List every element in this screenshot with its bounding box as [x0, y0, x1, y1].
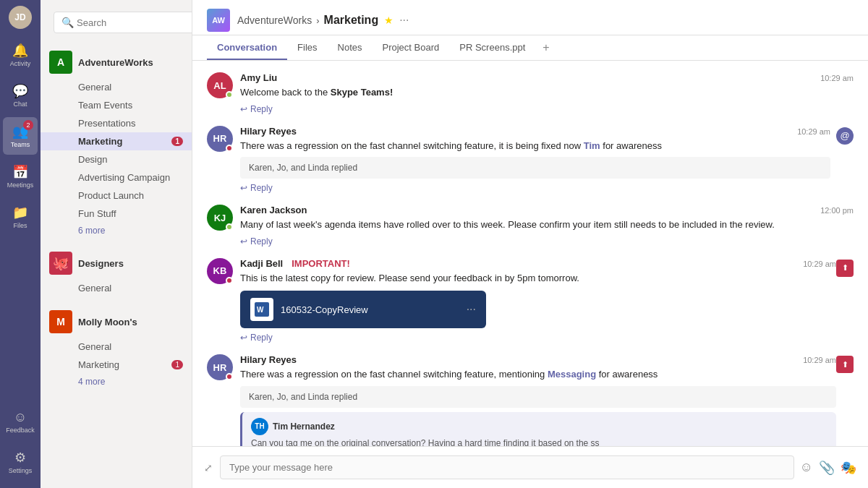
file-attachment[interactable]: W 160532-CopyReview ···	[240, 291, 486, 328]
message-body: Many of last week's agenda items have ro…	[240, 218, 854, 232]
message-header: Hilary Reyes 10:29 am	[240, 354, 836, 365]
channel-name: Advertising Campaign	[78, 172, 170, 183]
nav-item-chat[interactable]: 💬 Chat	[3, 77, 38, 114]
add-tab-button[interactable]: +	[535, 35, 556, 60]
expand-icon[interactable]: ⤢	[204, 462, 213, 474]
file-name: 160532-CopyReview	[281, 304, 467, 315]
message-header: Karen Jackson 12:00 pm	[240, 205, 854, 215]
channel-name: Fun Stuff	[78, 208, 116, 219]
group-header-designers[interactable]: 🐙 Designers	[41, 247, 192, 279]
reply-button[interactable]: ↩ Reply	[240, 183, 830, 193]
nav-item-files[interactable]: 📁 Files	[3, 198, 38, 236]
settings-label: Settings	[9, 467, 33, 474]
header-more-icon[interactable]: ···	[399, 14, 409, 27]
group-header-molly-moons[interactable]: M Molly Moon's	[41, 306, 192, 338]
reply-label: Reply	[250, 333, 273, 343]
status-dot	[226, 91, 233, 98]
nav-item-feedback[interactable]: ☺ Feedback	[3, 403, 38, 440]
message-content: Hilary Reyes 10:29 am There was a regres…	[240, 126, 830, 194]
message-body: There was a regression on the fast chann…	[240, 139, 830, 153]
group-molly-moons: M Molly Moon's General Marketing 1 4 mor…	[41, 301, 192, 394]
header-top: AW AdventureWorks › Marketing ★ ···	[207, 9, 409, 35]
sidebar-item-marketing[interactable]: Marketing 1	[41, 132, 192, 150]
chat-label: Chat	[13, 100, 27, 108]
message-time: 10:29 am	[797, 127, 830, 136]
group-adventureworks: A AdventureWorks General Team Events Pre…	[41, 42, 192, 243]
reply-thread: Karen, Jo, and Linda replied	[240, 157, 830, 179]
avatar: HR	[207, 126, 233, 152]
status-dot	[226, 277, 233, 284]
sidebar-item-fun-stuff[interactable]: Fun Stuff	[41, 205, 192, 223]
message-composer: ⤢ ☺ 📎 🎭	[192, 446, 868, 488]
reply-button[interactable]: ↩ Reply	[240, 104, 854, 114]
tab-notes[interactable]: Notes	[328, 36, 373, 60]
channel-name: Product Launch	[78, 190, 144, 201]
share-icon: ⬆	[836, 260, 854, 277]
reply-icon: ↩	[240, 333, 247, 343]
search-box[interactable]: 🔍	[54, 12, 192, 33]
svg-text:W: W	[257, 306, 264, 314]
team-avatar: AW	[207, 9, 230, 32]
emoji-icon[interactable]: ☺	[800, 460, 813, 475]
settings-icon: ⚙	[14, 450, 26, 466]
group-designers: 🐙 Designers General	[41, 243, 192, 301]
user-avatar[interactable]: JD	[9, 6, 32, 29]
attach-icon[interactable]: 📎	[819, 460, 835, 476]
message-row: HR Hilary Reyes 10:29 am There was a reg…	[207, 126, 854, 194]
group-avatar-adventureworks: A	[49, 51, 72, 74]
nav-item-meetings[interactable]: 📅 Meetings	[3, 158, 38, 195]
activity-label: Activity	[10, 60, 31, 67]
meetings-icon: 📅	[12, 164, 28, 180]
message-author: Hilary Reyes	[240, 126, 297, 137]
search-input[interactable]	[77, 17, 192, 28]
important-label: IMPORTANT!	[292, 258, 350, 269]
breadcrumb: AdventureWorks › Marketing	[237, 14, 378, 27]
message-row: KB Kadji Bell IMPORTANT! 10:29 am This i…	[207, 258, 854, 343]
sidebar-item-advertising[interactable]: Advertising Campaign	[41, 168, 192, 187]
nav-item-settings[interactable]: ⚙ Settings	[3, 443, 38, 481]
group-name-designers: Designers	[78, 258, 124, 269]
message-body: There was a regression on the fast chann…	[240, 367, 836, 382]
sidebar-item-product-launch[interactable]: Product Launch	[41, 187, 192, 205]
reply-button[interactable]: ↩ Reply	[240, 333, 836, 343]
channel-name: Marketing	[78, 136, 122, 147]
reply-icon: ↩	[240, 183, 247, 193]
group-header-adventureworks[interactable]: A AdventureWorks	[41, 46, 192, 78]
sidebar-item-presentations[interactable]: Presentations	[41, 114, 192, 132]
tab-project-board[interactable]: Project Board	[373, 36, 450, 60]
tab-files[interactable]: Files	[287, 36, 327, 60]
file-word-icon: W	[250, 298, 273, 321]
reply-button[interactable]: ↩ Reply	[240, 236, 854, 247]
avatar: KB	[207, 258, 233, 284]
message-content: Hilary Reyes 10:29 am There was a regres…	[240, 354, 836, 446]
group-name-molly-moons: Molly Moon's	[78, 317, 137, 328]
channel-name: Marketing	[78, 359, 119, 370]
favorite-star-icon[interactable]: ★	[384, 14, 393, 26]
sidebar-item-design[interactable]: Design	[41, 150, 192, 168]
giphy-icon[interactable]: 🎭	[841, 460, 856, 476]
tab-conversation[interactable]: Conversation	[207, 36, 287, 60]
molly-more[interactable]: 4 more	[41, 374, 192, 390]
nav-item-activity[interactable]: 🔔 Activity	[3, 36, 38, 74]
team-name: AdventureWorks	[237, 14, 312, 26]
message-author: Karen Jackson	[240, 205, 307, 215]
sidebar-item-molly-general[interactable]: General	[41, 338, 192, 356]
nav-rail: JD 🔔 Activity 💬 Chat 👥 2 Teams 📅 Meeting…	[0, 0, 41, 488]
adventureworks-more[interactable]: 6 more	[41, 223, 192, 239]
sidebar-item-designers-general[interactable]: General	[41, 279, 192, 297]
sidebar-item-team-events[interactable]: Team Events	[41, 96, 192, 114]
message-content: Kadji Bell IMPORTANT! 10:29 am This is t…	[240, 258, 836, 343]
messages-area: AL Amy Liu 10:29 am Welcome back to the …	[192, 61, 868, 446]
status-dot	[226, 223, 233, 231]
message-content: Amy Liu 10:29 am Welcome back to the Sky…	[240, 72, 854, 114]
tab-pr-screens[interactable]: PR Screens.ppt	[449, 36, 535, 60]
reply-thread: Karen, Jo, and Linda replied	[240, 386, 836, 408]
nav-item-teams[interactable]: 👥 2 Teams	[3, 117, 38, 155]
sidebar-item-general[interactable]: General	[41, 78, 192, 96]
message-row: AL Amy Liu 10:29 am Welcome back to the …	[207, 72, 854, 114]
message-input[interactable]	[220, 455, 794, 479]
file-more-icon[interactable]: ···	[467, 303, 476, 316]
breadcrumb-arrow: ›	[316, 15, 319, 26]
sidebar-item-molly-marketing[interactable]: Marketing 1	[41, 356, 192, 374]
channel-name: General	[78, 283, 111, 294]
